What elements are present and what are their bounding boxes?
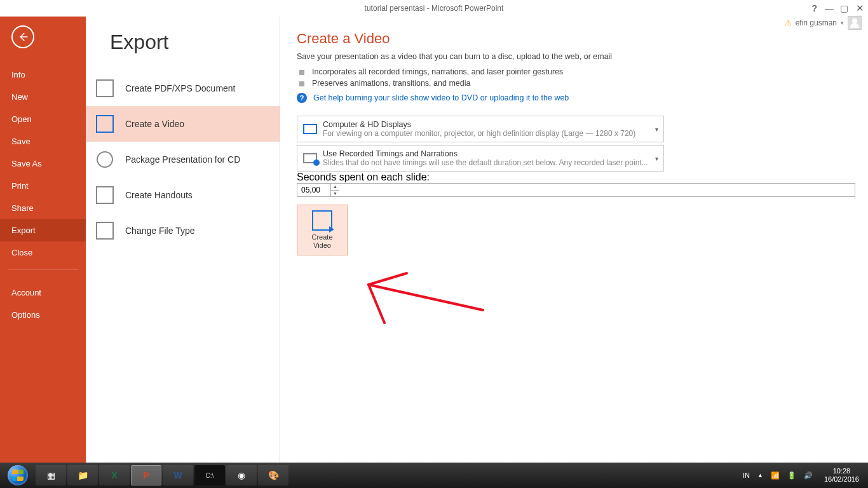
dropdown-title: Computer & HD Displays <box>323 120 663 129</box>
cd-icon <box>95 149 115 170</box>
video-quality-dropdown[interactable]: Computer & HD Displays For viewing on a … <box>297 116 664 142</box>
export-option-label: Change File Type <box>125 226 194 236</box>
user-menu-chevron-icon[interactable]: ▾ <box>841 20 844 26</box>
back-button[interactable] <box>11 25 34 48</box>
windows-orb-icon <box>8 465 28 485</box>
film-audio-icon <box>297 146 323 171</box>
dropdown-title: Use Recorded Timings and Narrations <box>323 149 663 158</box>
sidebar-item-close[interactable]: Close <box>0 241 86 264</box>
detail-bullet: Preserves animations, transitions, and m… <box>299 79 855 88</box>
export-option-label: Create PDF/XPS Document <box>125 83 236 93</box>
user-name[interactable]: efin gusman <box>796 18 837 27</box>
spinner-up-icon[interactable]: ▲ <box>331 184 339 191</box>
detail-bullet: Incorporates all recorded timings, narra… <box>299 67 855 76</box>
chevron-down-icon: ▾ <box>655 155 658 162</box>
seconds-spinner[interactable]: ▲ ▼ <box>297 183 855 197</box>
taskbar-excel[interactable]: X <box>99 465 130 485</box>
tray-chevron-icon[interactable]: ▲ <box>757 472 763 478</box>
export-option-handouts[interactable]: Create Handouts <box>86 177 280 213</box>
close-icon[interactable]: ✕ <box>856 3 864 14</box>
arrow-left-icon <box>17 31 29 43</box>
monitor-icon <box>297 116 323 142</box>
export-option-change-type[interactable]: Change File Type <box>86 213 280 248</box>
export-option-label: Package Presentation for CD <box>125 154 240 165</box>
create-video-button[interactable]: Create Video <box>297 205 348 255</box>
minimize-icon[interactable]: — <box>825 3 832 13</box>
taskbar-app-grid[interactable]: ▦ <box>36 465 66 485</box>
taskbar-chrome[interactable]: ◉ <box>226 465 257 485</box>
network-icon[interactable]: 📶 <box>771 471 780 480</box>
input-language[interactable]: IN <box>743 471 750 479</box>
bullet-icon <box>299 70 304 75</box>
taskbar-clock[interactable]: 10:28 16/02/2016 <box>820 466 863 485</box>
spinner-down-icon[interactable]: ▼ <box>331 191 339 197</box>
sidebar-item-new[interactable]: New <box>0 86 86 108</box>
help-link[interactable]: Get help burning your slide show video t… <box>313 93 569 102</box>
bullet-icon <box>299 81 304 86</box>
window-title: tutorial persentasi - Microsoft PowerPoi… <box>0 4 868 13</box>
volume-icon[interactable]: 🔊 <box>804 471 813 480</box>
export-option-label: Create Handouts <box>125 190 193 200</box>
battery-icon[interactable]: 🔋 <box>787 471 796 480</box>
detail-title: Create a Video <box>297 30 855 47</box>
export-option-list: Create PDF/XPS Document Create a Video P… <box>86 71 280 248</box>
export-option-package-cd[interactable]: Package Presentation for CD <box>86 142 280 177</box>
help-icon[interactable]: ? <box>811 3 817 13</box>
timings-dropdown[interactable]: Use Recorded Timings and Narrations Slid… <box>297 145 664 172</box>
handouts-icon <box>95 185 115 205</box>
detail-description: Save your presentation as a video that y… <box>297 52 855 61</box>
export-option-video[interactable]: Create a Video <box>86 106 280 142</box>
sidebar-item-account[interactable]: Account <box>0 281 86 304</box>
sidebar-item-share[interactable]: Share <box>0 197 86 219</box>
taskbar: ▦ 📁 X P W C:\ ◉ 🎨 IN ▲ 📶 🔋 🔊 10:28 16/02… <box>0 463 868 488</box>
sidebar-item-options[interactable]: Options <box>0 304 86 326</box>
create-video-icon <box>312 210 332 231</box>
help-circle-icon: ? <box>297 93 307 103</box>
sidebar-item-export[interactable]: Export <box>0 219 86 241</box>
dropdown-subtitle: Slides that do not have timings will use… <box>323 158 663 167</box>
export-option-label: Create a Video <box>125 119 184 129</box>
restore-icon[interactable]: ▢ <box>840 3 848 13</box>
filetype-icon <box>95 220 115 241</box>
warning-icon: ⚠ <box>785 18 792 27</box>
video-icon <box>95 114 115 134</box>
export-option-pdf[interactable]: Create PDF/XPS Document <box>86 71 280 106</box>
sidebar-item-print[interactable]: Print <box>0 175 86 197</box>
taskbar-powerpoint[interactable]: P <box>131 465 161 485</box>
start-button[interactable] <box>3 463 33 488</box>
create-video-label: Create Video <box>311 233 332 250</box>
sidebar-item-info[interactable]: Info <box>0 64 86 86</box>
seconds-input[interactable] <box>297 184 330 196</box>
taskbar-explorer[interactable]: 📁 <box>67 465 98 485</box>
avatar[interactable] <box>848 16 862 30</box>
taskbar-word[interactable]: W <box>163 465 193 485</box>
dropdown-subtitle: For viewing on a computer monitor, proje… <box>323 129 663 138</box>
seconds-label: Seconds spent on each slide: <box>297 172 430 182</box>
pdf-icon <box>95 78 115 98</box>
backstage-sidebar: Info New Open Save Save As Print Share E… <box>0 17 86 463</box>
chevron-down-icon: ▾ <box>655 126 658 133</box>
sidebar-item-open[interactable]: Open <box>0 108 86 130</box>
sidebar-item-saveas[interactable]: Save As <box>0 152 86 175</box>
taskbar-cmd[interactable]: C:\ <box>194 465 225 485</box>
taskbar-paint[interactable]: 🎨 <box>258 465 288 485</box>
page-title: Export <box>110 30 280 54</box>
sidebar-item-save[interactable]: Save <box>0 130 86 152</box>
